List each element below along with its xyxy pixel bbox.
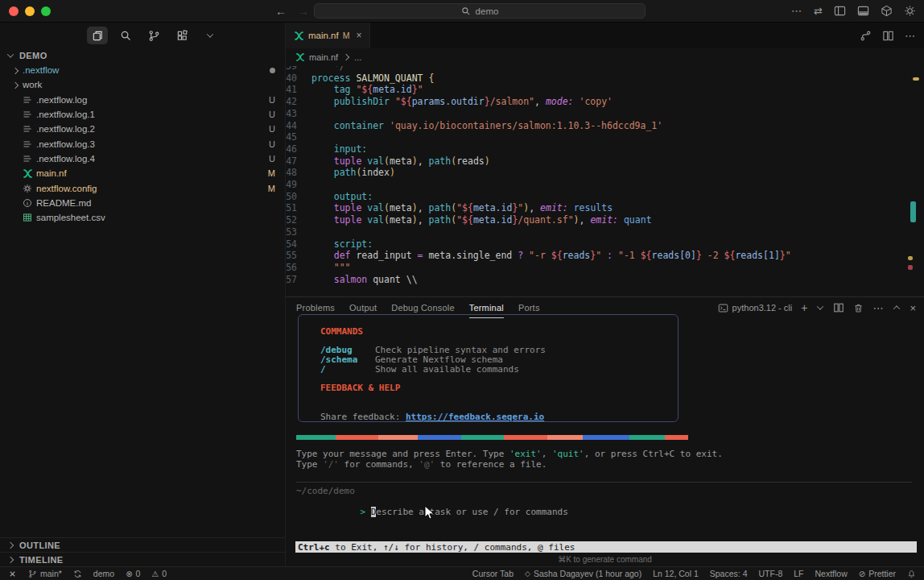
tab-label: main.nf <box>308 31 339 40</box>
hint-line: Type '/' for commands, '@' to reference … <box>296 459 723 470</box>
forward-arrow-icon[interactable]: → <box>298 5 309 18</box>
feedback-link[interactable]: https://feedback.seqera.io <box>406 412 544 422</box>
toggle-panel-icon[interactable] <box>857 5 869 17</box>
outline-section[interactable]: OUTLINE <box>0 537 285 552</box>
statusbar-item-0[interactable]: ⊗0 <box>126 569 140 578</box>
search-view-icon[interactable] <box>115 27 136 44</box>
history-nav: ← → <box>275 5 309 18</box>
statusbar-item-sync[interactable] <box>73 570 82 578</box>
hint-line: Type your message and press Enter. Type … <box>296 449 723 459</box>
statusbar-label: Nextflow <box>815 569 848 578</box>
file-item-.nextflow.log.4[interactable]: .nextflow.log.4U <box>0 151 285 166</box>
chevron-right-icon <box>6 556 14 564</box>
more-actions-icon[interactable]: ⋯ <box>791 5 802 17</box>
maximize-panel-icon[interactable] <box>893 304 901 312</box>
close-window-icon[interactable] <box>9 6 19 16</box>
breadcrumb-file[interactable]: main.nf <box>309 52 338 62</box>
code-text: tuple val(meta), path("${meta.id}"), emi… <box>311 202 613 214</box>
file-item-.nextflow.log.2[interactable]: .nextflow.log.2U <box>0 122 285 136</box>
kill-terminal-trash-icon[interactable] <box>853 303 864 313</box>
split-editor-icon[interactable] <box>882 30 894 42</box>
git-status-badge: U <box>269 154 275 164</box>
more-actions-icon[interactable]: ⋯ <box>905 30 916 42</box>
command-center-search[interactable]: demo <box>314 3 646 19</box>
statusbar-item-prettier[interactable]: ⊘Prettier <box>859 569 896 578</box>
file-tree: .nextflowwork.nextflow.logU.nextflow.log… <box>0 63 285 225</box>
file-name: .nextflow.log.2 <box>36 124 95 134</box>
statusbar-item-bell[interactable] <box>907 570 916 578</box>
panel-more-icon[interactable]: ⋯ <box>872 302 884 314</box>
file-name: nextflow.config <box>36 184 97 193</box>
statusbar-item-main[interactable]: main* <box>28 569 62 578</box>
shell-selector[interactable]: python3.12 - cli <box>718 303 793 313</box>
minimize-window-icon[interactable] <box>25 6 35 16</box>
timeline-section[interactable]: TIMELINE <box>0 552 285 566</box>
swap-arrows-icon[interactable]: ⇄ <box>814 5 823 17</box>
explorer-root-header[interactable]: DEMO <box>0 48 285 63</box>
file-item-.nextflow.log.1[interactable]: .nextflow.log.1U <box>0 107 285 122</box>
terminal-view[interactable]: COMMANDS /debugCheck pipeline syntax and… <box>286 318 924 566</box>
info-file-icon <box>23 198 36 208</box>
breadcrumb[interactable]: main.nf ... <box>286 48 924 66</box>
statusbar-label: Cursor Tab <box>472 569 514 578</box>
statusbar-item-remote[interactable] <box>8 570 17 578</box>
extensions-icon[interactable] <box>171 27 192 44</box>
settings-gear-icon[interactable] <box>904 5 916 17</box>
file-item-.nextflow.log[interactable]: .nextflow.logU <box>0 93 285 107</box>
statusbar: main*demo⊗0⚠0 Cursor Tab◇Sasha Dagayev (… <box>0 566 924 580</box>
panel-controls: python3.12 - cli + ⋯ × <box>718 301 916 314</box>
breadcrumb-more[interactable]: ... <box>354 52 361 62</box>
code-line-55: 55 def read_input = meta.single_end ? "-… <box>286 250 924 262</box>
git-status-badge: M <box>268 168 275 178</box>
git-status-badge: M <box>268 184 275 193</box>
line-number: 51 <box>286 202 311 214</box>
code-text: tuple val(meta), path("${meta.id}/quant.… <box>311 214 652 226</box>
views-more-chevron-icon[interactable] <box>200 27 221 44</box>
tab-main-nf[interactable]: main.nf M × <box>286 23 370 48</box>
toggle-sidebar-icon[interactable] <box>834 5 846 17</box>
file-item-.nextflow.log.3[interactable]: .nextflow.log.3U <box>0 136 285 151</box>
vscode-window: ← → demo ⋯ ⇄ <box>0 0 924 580</box>
log-file-icon <box>23 139 36 149</box>
project-name: DEMO <box>19 51 47 60</box>
file-item-samplesheet.csv[interactable]: samplesheet.csv <box>0 210 285 225</box>
scrollbar-thumb[interactable] <box>910 201 916 222</box>
statusbar-item-lf[interactable]: LF <box>794 569 803 578</box>
log-file-icon <box>23 95 36 105</box>
source-control-graph-icon[interactable] <box>860 30 872 42</box>
code-text: script: <box>311 238 373 251</box>
sidebar-bottom-sections: OUTLINE TIMELINE <box>0 537 285 566</box>
statusbar-item-sasha-dagayev-1-hour-ago[interactable]: ◇Sasha Dagayev (1 hour ago) <box>525 569 641 578</box>
code-editor[interactable]: 39 */40process SALMON_QUANT {41 tag "${m… <box>286 66 924 296</box>
code-line-43: 43 <box>286 108 924 120</box>
split-terminal-icon[interactable] <box>833 302 844 313</box>
close-icon[interactable]: × <box>356 30 361 41</box>
statusbar-item-spaces-4[interactable]: Spaces: 4 <box>710 569 748 578</box>
maximize-window-icon[interactable] <box>41 6 51 16</box>
code-text: path(index) <box>311 167 395 179</box>
statusbar-item-ln-12-col-1[interactable]: Ln 12, Col 1 <box>653 569 699 578</box>
terminal-dropdown-icon[interactable] <box>816 304 824 312</box>
explorer-icon[interactable] <box>87 27 108 44</box>
titlebar-actions: ⋯ ⇄ <box>791 5 916 17</box>
file-item-.nextflow[interactable]: .nextflow <box>0 63 285 77</box>
file-item-main.nf[interactable]: main.nfM <box>0 166 285 180</box>
close-panel-icon[interactable]: × <box>910 302 916 314</box>
file-item-README.md[interactable]: README.md <box>0 196 285 210</box>
timeline-label: TIMELINE <box>19 555 64 565</box>
statusbar-item-cursor-tab[interactable]: Cursor Tab <box>472 569 514 578</box>
line-number: 53 <box>286 226 311 238</box>
file-item-work[interactable]: work <box>0 77 285 92</box>
source-control-icon[interactable] <box>143 27 164 44</box>
statusbar-item-0[interactable]: ⚠0 <box>151 569 167 578</box>
back-arrow-icon[interactable]: ← <box>275 5 287 18</box>
cube-layout-icon[interactable] <box>881 5 893 17</box>
statusbar-item-utf-8[interactable]: UTF-8 <box>758 569 782 578</box>
chevron-right-icon <box>342 53 350 61</box>
statusbar-item-demo[interactable]: demo <box>93 569 114 578</box>
new-terminal-icon[interactable]: + <box>801 301 807 314</box>
chevron-right-icon <box>11 67 19 75</box>
statusbar-item-nextflow[interactable]: Nextflow <box>815 569 848 578</box>
remote-icon <box>8 570 17 578</box>
file-item-nextflow.config[interactable]: nextflow.configM <box>0 180 285 195</box>
